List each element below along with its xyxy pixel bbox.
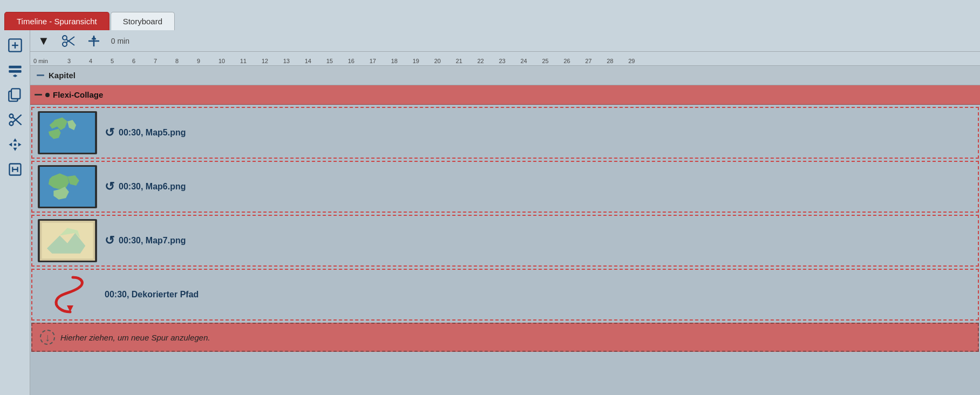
ruler-mark-15: 15 xyxy=(326,58,333,64)
main-area: ▼ 0 min xyxy=(0,30,980,395)
ruler-mark-9: 9 xyxy=(197,58,200,64)
ruler-mark-12: 12 xyxy=(262,58,268,64)
tab-timeline[interactable]: Timeline - Spuransicht xyxy=(4,12,109,30)
tab-bar: Timeline - Spuransicht Storyboard xyxy=(0,0,980,30)
ruler-mark-8: 8 xyxy=(175,58,179,64)
tab-storyboard[interactable]: Storyboard xyxy=(111,12,175,30)
path-track[interactable]: 00:30, Dekorierter Pfad xyxy=(31,269,979,321)
ruler-mark-10: 10 xyxy=(218,58,225,64)
svg-rect-32 xyxy=(39,166,96,207)
ruler-marks: 0 min 3 4 5 6 7 8 9 10 11 12 13 14 15 16… xyxy=(32,52,980,65)
map6-image xyxy=(39,166,96,207)
map7-info: ↺ 00:30, Map7.png xyxy=(105,234,186,248)
map7-label: 00:30, Map7.png xyxy=(119,236,186,246)
ruler-mark-20: 20 xyxy=(434,58,441,64)
ruler-mark-16: 16 xyxy=(348,58,354,64)
svg-marker-26 xyxy=(92,36,95,39)
map6-thumbnail xyxy=(38,165,97,208)
tab-storyboard-label: Storyboard xyxy=(123,17,162,26)
svg-rect-4 xyxy=(9,70,21,73)
anchor-icon xyxy=(86,33,101,49)
select-tool-btn[interactable] xyxy=(4,35,26,56)
ruler: 0 min 3 4 5 6 7 8 9 10 11 12 13 14 15 16… xyxy=(30,52,980,66)
map5-thumbnail xyxy=(38,111,97,154)
scissors-tool[interactable] xyxy=(57,32,79,50)
loop-icon-map7: ↺ xyxy=(105,234,114,248)
ruler-mark-28: 28 xyxy=(607,58,613,64)
ruler-mark-27: 27 xyxy=(585,58,592,64)
copy-btn[interactable] xyxy=(4,84,26,106)
map5-image xyxy=(39,112,96,153)
svg-point-17 xyxy=(13,144,16,146)
flexi-dash xyxy=(35,94,42,96)
ruler-mark-18: 18 xyxy=(391,58,398,64)
left-toolbar xyxy=(0,30,30,395)
svg-rect-27 xyxy=(39,112,96,153)
ruler-mark-14: 14 xyxy=(305,58,311,64)
map7-thumbnail xyxy=(38,219,97,262)
flexi-dot xyxy=(45,93,50,97)
map6-track[interactable]: ↺ 00:30, Map6.png xyxy=(31,161,979,213)
move-btn[interactable] xyxy=(4,134,26,155)
loop-icon-map6: ↺ xyxy=(105,180,114,194)
ruler-mark-19: 19 xyxy=(413,58,419,64)
ruler-mark-17: 17 xyxy=(369,58,376,64)
svg-point-22 xyxy=(63,42,67,46)
path-info: 00:30, Dekorierter Pfad xyxy=(105,290,198,299)
ruler-mark-6: 6 xyxy=(132,58,135,64)
svg-rect-8 xyxy=(11,88,20,99)
tab-timeline-label: Timeline - Spuransicht xyxy=(17,17,97,26)
svg-marker-16 xyxy=(18,143,21,147)
svg-rect-3 xyxy=(9,66,21,69)
path-label: 00:30, Dekorierter Pfad xyxy=(105,290,198,299)
svg-point-23 xyxy=(63,36,67,40)
map5-info: ↺ 00:30, Map5.png xyxy=(105,126,186,140)
drop-zone-label: Hierher ziehen, um neue Spur anzulegen. xyxy=(60,333,210,342)
drop-arrow-icon: ↓ xyxy=(40,330,55,345)
svg-marker-15 xyxy=(9,143,12,147)
svg-marker-14 xyxy=(13,148,17,151)
map7-track[interactable]: ↺ 00:30, Map7.png xyxy=(31,215,979,267)
playhead-marker: ▼ xyxy=(35,33,53,49)
add-track-icon xyxy=(8,63,23,78)
chapter-dash xyxy=(37,74,44,76)
resize-btn[interactable] xyxy=(4,159,26,180)
ruler-mark-22: 22 xyxy=(477,58,484,64)
timeline-toolbar: ▼ 0 min xyxy=(30,30,980,52)
anchor-tool[interactable] xyxy=(83,32,105,50)
timeline-panel: ▼ 0 min xyxy=(30,30,980,395)
flexi-collage-row: Flexi-Collage xyxy=(30,85,980,105)
path-icon-area xyxy=(38,273,97,316)
ruler-mark-5: 5 xyxy=(111,58,114,64)
chapter-label: Kapitel xyxy=(49,71,76,80)
ruler-mark-7: 7 xyxy=(154,58,157,64)
trim-btn[interactable] xyxy=(4,109,26,131)
ruler-mark-29: 29 xyxy=(628,58,635,64)
move-icon xyxy=(8,137,23,152)
ruler-mark-0: 0 min xyxy=(33,58,48,64)
svg-marker-13 xyxy=(13,138,17,141)
tracks-container: Kapitel Flexi-Collage xyxy=(30,66,980,395)
time-indicator: 0 min xyxy=(111,37,129,45)
ruler-mark-4: 4 xyxy=(89,58,92,64)
ruler-mark-26: 26 xyxy=(564,58,570,64)
map6-info: ↺ 00:30, Map6.png xyxy=(105,180,186,194)
ruler-mark-11: 11 xyxy=(240,58,246,64)
ruler-mark-3: 3 xyxy=(67,58,71,64)
scissors-icon xyxy=(60,33,76,49)
ruler-mark-25: 25 xyxy=(542,58,549,64)
select-icon xyxy=(8,38,23,53)
resize-icon xyxy=(8,162,23,177)
chapter-row: Kapitel xyxy=(30,66,980,85)
ruler-mark-21: 21 xyxy=(456,58,462,64)
map7-image xyxy=(39,220,96,261)
ruler-mark-24: 24 xyxy=(520,58,527,64)
ruler-mark-23: 23 xyxy=(499,58,505,64)
flexi-collage-label: Flexi-Collage xyxy=(53,90,103,99)
add-track-btn[interactable] xyxy=(4,59,26,81)
ruler-mark-13: 13 xyxy=(283,58,290,64)
map5-track[interactable]: ↺ 00:30, Map5.png xyxy=(31,107,979,159)
svg-point-9 xyxy=(9,122,13,126)
copy-icon xyxy=(8,87,23,103)
drop-zone[interactable]: ↓ Hierher ziehen, um neue Spur anzulegen… xyxy=(31,323,979,352)
